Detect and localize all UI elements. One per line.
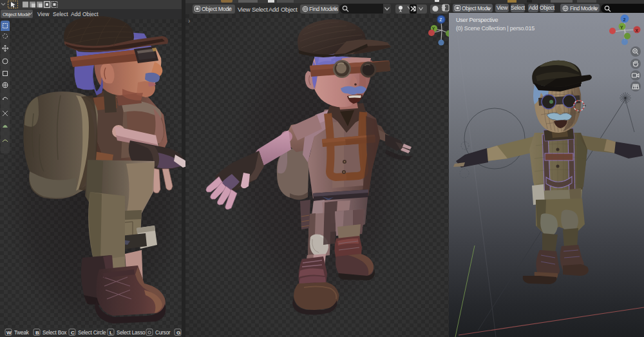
svg-text:Z: Z (440, 17, 442, 22)
svg-text:2: 2 (623, 17, 626, 22)
svg-text:Y: Y (432, 26, 435, 31)
svg-text:Y: Y (620, 25, 623, 30)
svg-text:X: X (636, 28, 639, 33)
